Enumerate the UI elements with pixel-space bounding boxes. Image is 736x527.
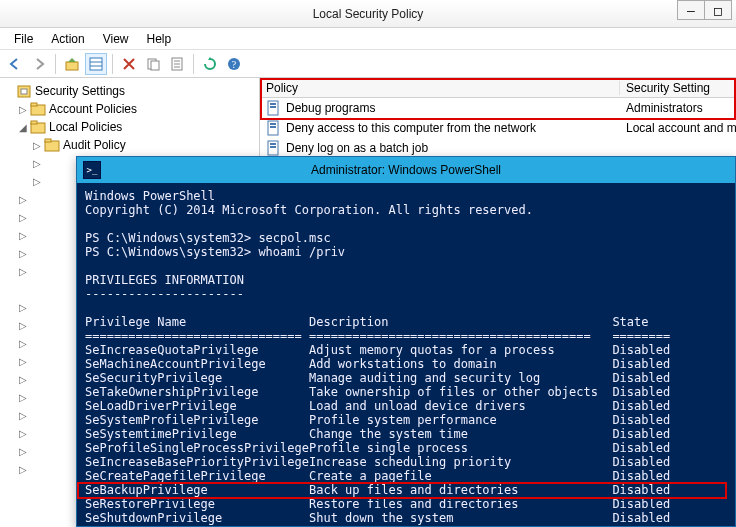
forward-icon[interactable] (28, 53, 50, 75)
tree-label: Local Policies (49, 120, 122, 134)
tree-label: Account Policies (49, 102, 137, 116)
titlebar: Local Security Policy – □ (0, 0, 736, 28)
expander-icon[interactable]: ▷ (16, 104, 30, 115)
powershell-window[interactable]: >_ Administrator: Windows PowerShell Win… (76, 156, 736, 527)
refresh-icon[interactable] (199, 53, 221, 75)
powershell-titlebar[interactable]: >_ Administrator: Windows PowerShell (77, 157, 735, 183)
security-settings-icon (16, 83, 32, 99)
menu-help[interactable]: Help (139, 30, 180, 48)
tree-label: Security Settings (35, 84, 125, 98)
list-row[interactable]: Deny log on as a batch job (260, 138, 736, 158)
svg-rect-17 (31, 121, 37, 124)
svg-rect-21 (270, 103, 276, 105)
menu-view[interactable]: View (95, 30, 137, 48)
folder-icon (30, 119, 46, 135)
expander-icon[interactable]: ▷ (30, 140, 44, 151)
svg-rect-5 (151, 61, 159, 70)
properties-icon[interactable] (166, 53, 188, 75)
toolbar: ? (0, 50, 736, 78)
list-row[interactable]: Debug programs Administrators (260, 98, 736, 118)
policy-name: Deny log on as a batch job (286, 141, 428, 155)
powershell-title: Administrator: Windows PowerShell (311, 163, 501, 177)
list-mode-icon[interactable] (85, 53, 107, 75)
tree-local-policies[interactable]: ◢ Local Policies (16, 118, 257, 136)
svg-rect-1 (90, 58, 102, 70)
svg-text:?: ? (232, 59, 237, 70)
list-row[interactable]: Deny access to this computer from the ne… (260, 118, 736, 138)
svg-rect-22 (270, 106, 276, 108)
back-icon[interactable] (4, 53, 26, 75)
svg-rect-28 (270, 146, 276, 148)
minimize-button[interactable]: – (677, 0, 705, 20)
policy-icon (266, 100, 282, 116)
col-security-setting[interactable]: Security Setting (620, 81, 736, 95)
column-header: Policy Security Setting (260, 78, 736, 98)
delete-icon[interactable] (118, 53, 140, 75)
svg-rect-13 (21, 89, 27, 94)
svg-rect-27 (270, 143, 276, 145)
copy-icon[interactable] (142, 53, 164, 75)
up-icon[interactable] (61, 53, 83, 75)
tree-account-policies[interactable]: ▷ Account Policies (16, 100, 257, 118)
maximize-button[interactable]: □ (704, 0, 732, 20)
window-title: Local Security Policy (313, 7, 424, 21)
folder-icon (30, 101, 46, 117)
svg-rect-0 (66, 62, 78, 70)
col-policy[interactable]: Policy (260, 81, 620, 95)
policy-name: Deny access to this computer from the ne… (286, 121, 536, 135)
policy-name: Debug programs (286, 101, 375, 115)
folder-icon (44, 137, 60, 153)
powershell-icon: >_ (83, 161, 101, 179)
tree-label: Audit Policy (63, 138, 126, 152)
expander-icon[interactable]: ◢ (16, 122, 30, 133)
menu-file[interactable]: File (6, 30, 41, 48)
menubar: File Action View Help (0, 28, 736, 50)
tree-root[interactable]: Security Settings (2, 82, 257, 100)
menu-action[interactable]: Action (43, 30, 92, 48)
help-icon[interactable]: ? (223, 53, 245, 75)
svg-rect-19 (45, 139, 51, 142)
policy-icon (266, 140, 282, 156)
policy-setting: Administrators (620, 101, 736, 115)
svg-rect-25 (270, 126, 276, 128)
tree-audit-policy[interactable]: ▷ Audit Policy (30, 136, 257, 154)
policy-icon (266, 120, 282, 136)
window-controls: – □ (678, 0, 732, 20)
policy-setting: Local account and mer (620, 121, 736, 135)
svg-rect-24 (270, 123, 276, 125)
powershell-body[interactable]: Windows PowerShell Copyright (C) 2014 Mi… (77, 183, 735, 526)
svg-rect-15 (31, 103, 37, 106)
